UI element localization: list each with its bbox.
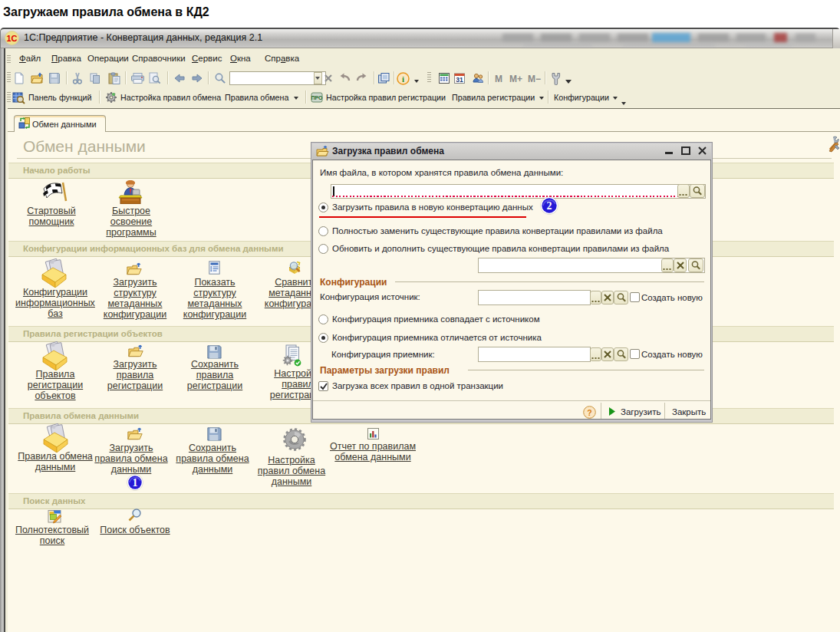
svg-text:31: 31	[456, 76, 463, 84]
svg-text:i: i	[402, 74, 404, 84]
svg-text:ПРО: ПРО	[311, 95, 323, 100]
svg-text:?: ?	[587, 408, 591, 417]
svg-text:1: 1	[133, 477, 138, 489]
svg-text:1С: 1С	[6, 34, 17, 43]
svg-text:2: 2	[547, 200, 552, 212]
